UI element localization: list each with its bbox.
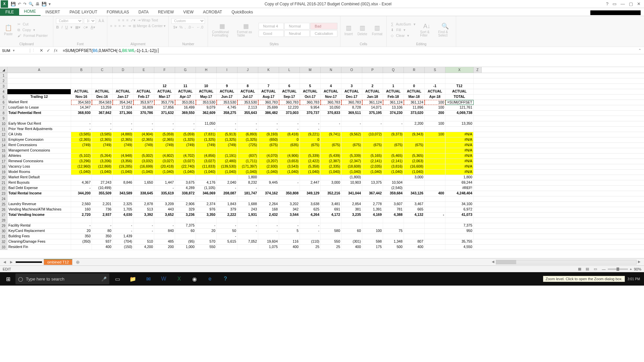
row-label[interactable]: Rent Concessions bbox=[7, 143, 71, 148]
data-cell[interactable] bbox=[362, 127, 383, 132]
data-cell[interactable]: (1,040) bbox=[300, 170, 321, 175]
data-cell[interactable]: 335,619 bbox=[154, 191, 175, 196]
outlook-icon[interactable]: ✉ bbox=[141, 272, 156, 286]
data-cell[interactable]: ACTUAL bbox=[133, 89, 154, 94]
data-cell[interactable]: - bbox=[237, 127, 258, 132]
data-cell[interactable]: 100 bbox=[425, 100, 445, 105]
data-cell[interactable]: (2,365) bbox=[71, 137, 92, 142]
data-cell[interactable]: (3,207) bbox=[258, 159, 279, 164]
col-header-J[interactable]: J bbox=[237, 67, 258, 73]
row-label[interactable]: Prior Year Rent Adjustments bbox=[7, 127, 71, 132]
data-cell[interactable]: (1,040) bbox=[175, 170, 196, 175]
data-cell[interactable]: 360,783 bbox=[279, 100, 300, 105]
data-cell[interactable] bbox=[154, 73, 175, 78]
data-cell[interactable] bbox=[133, 234, 154, 239]
data-cell[interactable]: (2,365) bbox=[154, 137, 175, 142]
data-cell[interactable] bbox=[196, 175, 217, 180]
data-cell[interactable] bbox=[425, 73, 445, 78]
data-cell[interactable] bbox=[196, 196, 217, 201]
data-cell[interactable]: 2,778 bbox=[362, 202, 383, 207]
data-cell[interactable]: - bbox=[237, 186, 258, 191]
data-cell[interactable]: 374,162 bbox=[258, 191, 279, 196]
data-cell[interactable]: 100 bbox=[425, 105, 445, 110]
data-cell[interactable] bbox=[300, 175, 321, 180]
data-cell[interactable] bbox=[404, 127, 425, 132]
data-cell[interactable]: 160 bbox=[71, 207, 92, 212]
data-cell[interactable] bbox=[133, 78, 154, 83]
row-header[interactable]: 25 bbox=[0, 202, 7, 207]
data-cell[interactable]: Feb-17 bbox=[133, 95, 154, 100]
data-cell[interactable]: 60 bbox=[175, 229, 196, 234]
style-neutral[interactable]: Neutral bbox=[284, 30, 310, 37]
data-cell[interactable] bbox=[133, 73, 154, 78]
data-cell[interactable]: ACTUAL bbox=[362, 89, 383, 94]
row-header[interactable]: 7 bbox=[0, 105, 7, 110]
col-header-O[interactable]: O bbox=[341, 67, 362, 73]
data-cell[interactable] bbox=[71, 175, 92, 180]
data-cell[interactable]: 1,688 bbox=[237, 202, 258, 207]
data-cell[interactable]: 2,432 bbox=[258, 213, 279, 218]
data-cell[interactable]: 9,954 bbox=[300, 105, 321, 110]
data-cell[interactable] bbox=[71, 84, 92, 89]
data-cell[interactable] bbox=[154, 116, 175, 121]
row-header[interactable]: 20 bbox=[0, 175, 7, 180]
data-cell[interactable]: 27,243 bbox=[92, 180, 113, 185]
data-cell[interactable] bbox=[362, 73, 383, 78]
data-cell[interactable] bbox=[237, 78, 258, 83]
data-cell[interactable]: (8,418) bbox=[279, 132, 300, 137]
data-cell[interactable]: (5,339) bbox=[300, 154, 321, 159]
data-cell[interactable]: 3,235 bbox=[341, 213, 362, 218]
data-cell[interactable] bbox=[258, 218, 279, 223]
data-cell[interactable]: 2,560 bbox=[71, 202, 92, 207]
row-label[interactable]: Employee Concession bbox=[7, 137, 71, 142]
data-cell[interactable]: 513 bbox=[133, 207, 154, 212]
data-cell[interactable]: 350,808 bbox=[279, 191, 300, 196]
data-cell[interactable]: 1,800 bbox=[237, 175, 258, 180]
data-cell[interactable]: 10,903 bbox=[341, 180, 362, 185]
data-cell[interactable]: 937 bbox=[92, 239, 113, 244]
data-cell[interactable]: 4,069,738 bbox=[445, 111, 474, 116]
data-cell[interactable]: (4,802) bbox=[154, 154, 175, 159]
data-cell[interactable] bbox=[404, 234, 425, 239]
find-select-button[interactable]: 🔍Find & Select bbox=[437, 22, 453, 38]
data-cell[interactable]: (5,059) bbox=[154, 132, 175, 137]
data-cell[interactable]: - bbox=[154, 223, 175, 228]
data-cell[interactable] bbox=[404, 78, 425, 83]
zoom-out-icon[interactable]: — bbox=[602, 267, 606, 271]
row-label[interactable]: Resident Fin bbox=[7, 245, 71, 250]
data-cell[interactable]: 4,200 bbox=[133, 245, 154, 250]
data-cell[interactable] bbox=[425, 202, 445, 207]
data-cell[interactable]: 8,232 bbox=[237, 180, 258, 185]
data-cell[interactable]: ACTUAL bbox=[217, 89, 237, 94]
data-cell[interactable]: - bbox=[133, 121, 154, 126]
data-cell[interactable] bbox=[404, 229, 425, 234]
data-cell[interactable] bbox=[300, 73, 321, 78]
data-cell[interactable] bbox=[92, 78, 113, 83]
data-cell[interactable]: (3,032) bbox=[133, 159, 154, 164]
data-cell[interactable]: 367,442 bbox=[362, 191, 383, 196]
data-cell[interactable] bbox=[154, 175, 175, 180]
data-cell[interactable]: 3,652 bbox=[154, 213, 175, 218]
data-cell[interactable]: (1,711) bbox=[237, 159, 258, 164]
file-explorer-icon[interactable]: 📁 bbox=[125, 272, 140, 286]
data-cell[interactable] bbox=[175, 148, 196, 153]
data-cell[interactable] bbox=[217, 73, 237, 78]
data-cell[interactable]: 510 bbox=[133, 239, 154, 244]
data-cell[interactable]: 367,842 bbox=[92, 111, 113, 116]
data-cell[interactable]: Apr-18 bbox=[425, 95, 445, 100]
data-cell[interactable]: 338,872 bbox=[175, 191, 196, 196]
data-cell[interactable]: #N/A bbox=[445, 132, 474, 137]
col-header-D[interactable]: D bbox=[113, 67, 133, 73]
data-cell[interactable]: - bbox=[279, 121, 300, 126]
data-cell[interactable]: 343,589 bbox=[113, 191, 133, 196]
data-cell[interactable] bbox=[362, 186, 383, 191]
data-cell[interactable]: (2,930) bbox=[258, 164, 279, 169]
row-header[interactable]: 33 bbox=[0, 245, 7, 250]
data-cell[interactable]: 2,200 bbox=[404, 121, 425, 126]
data-cell[interactable]: 361,124 bbox=[383, 100, 404, 105]
row-label[interactable]: Market Rent bbox=[7, 100, 71, 105]
data-cell[interactable]: ACTUAL bbox=[445, 89, 474, 94]
data-cell[interactable]: Feb-18 bbox=[383, 95, 404, 100]
row-header[interactable]: 31 bbox=[0, 234, 7, 239]
data-cell[interactable]: (749) bbox=[175, 143, 196, 148]
